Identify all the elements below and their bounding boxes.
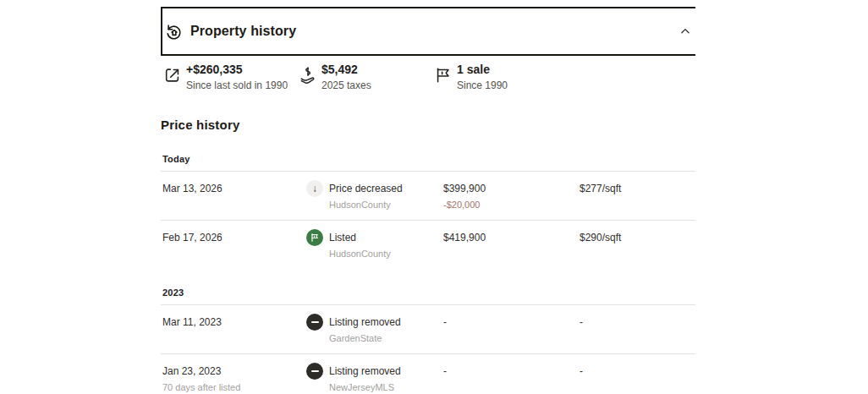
row-price-per-sqft: $277/sqft xyxy=(580,180,695,195)
stat-label: Since 1990 xyxy=(457,79,508,93)
stat-sales: 1 sale Since 1990 xyxy=(433,62,569,93)
row-event: Listed xyxy=(329,229,391,244)
row-price-change: -$20,000 xyxy=(443,199,580,211)
trend-up-box-icon xyxy=(162,65,183,85)
row-date-note: 70 days after listed xyxy=(162,381,306,393)
history-restore-house-icon xyxy=(164,21,184,41)
row-source: HudsonCounty xyxy=(329,248,391,260)
hand-dollar-icon xyxy=(298,65,318,85)
price-history-row: Feb 17, 2026 Listed HudsonCoun xyxy=(161,220,695,269)
price-history-title: Price history xyxy=(161,118,695,132)
arrow-down-icon: ↓ xyxy=(306,180,323,197)
property-history-page: Property history +$260,335 xyxy=(0,0,868,394)
price-history-row: Jan 23, 2023 70 days after listed Listin… xyxy=(161,353,695,394)
content-column: Property history +$260,335 xyxy=(161,7,695,394)
price-history-row: Mar 11, 2023 Listing removed GardenState… xyxy=(161,305,695,353)
row-date: Mar 13, 2026 xyxy=(162,180,306,195)
stat-label: Since last sold in 1990 xyxy=(186,79,288,93)
row-source: HudsonCounty xyxy=(329,199,403,211)
row-date: Jan 23, 2023 xyxy=(162,363,306,378)
listed-tag-icon xyxy=(306,229,323,246)
price-history-section-today: Today Mar 13, 2026 ↓ Price decreased Hud… xyxy=(161,154,695,269)
stat-taxes: $5,492 2025 taxes xyxy=(298,62,433,93)
row-event: Listing removed xyxy=(329,363,401,378)
stat-label: 2025 taxes xyxy=(321,79,371,93)
row-price-per-sqft: - xyxy=(580,363,695,378)
property-history-accordion-header[interactable]: Property history xyxy=(161,7,695,56)
row-event: Listing removed xyxy=(329,314,401,329)
row-event: Price decreased xyxy=(329,180,403,195)
row-price-per-sqft: - xyxy=(580,314,695,329)
row-price-per-sqft: $290/sqft xyxy=(580,229,695,244)
listing-removed-icon xyxy=(306,314,323,331)
price-history-row: Mar 13, 2026 ↓ Price decreased HudsonCou… xyxy=(161,172,695,220)
row-price: $419,900 xyxy=(443,229,580,244)
chevron-up-icon[interactable] xyxy=(678,25,692,38)
section-label: 2023 xyxy=(161,287,695,305)
stat-price-gain: +$260,335 Since last sold in 1990 xyxy=(162,62,298,93)
row-date: Feb 17, 2026 xyxy=(162,229,306,244)
sale-pennant-icon xyxy=(433,65,453,85)
price-history-section-2023: 2023 Mar 11, 2023 Listing removed Garden… xyxy=(161,287,695,394)
stat-value: +$260,335 xyxy=(186,62,288,77)
stat-value: $5,492 xyxy=(321,62,371,77)
stat-value: 1 sale xyxy=(457,62,508,77)
summary-stats-row: +$260,335 Since last sold in 1990 $5,492… xyxy=(161,62,695,93)
row-price: - xyxy=(443,363,580,378)
row-date: Mar 11, 2023 xyxy=(162,314,306,329)
row-price: - xyxy=(443,314,580,329)
section-label: Today xyxy=(161,154,695,172)
listing-removed-icon xyxy=(306,363,323,380)
accordion-title: Property history xyxy=(190,24,296,39)
row-price: $399,900 xyxy=(443,180,580,195)
row-source: GardenState xyxy=(329,332,401,344)
row-source: NewJerseyMLS xyxy=(329,381,401,393)
